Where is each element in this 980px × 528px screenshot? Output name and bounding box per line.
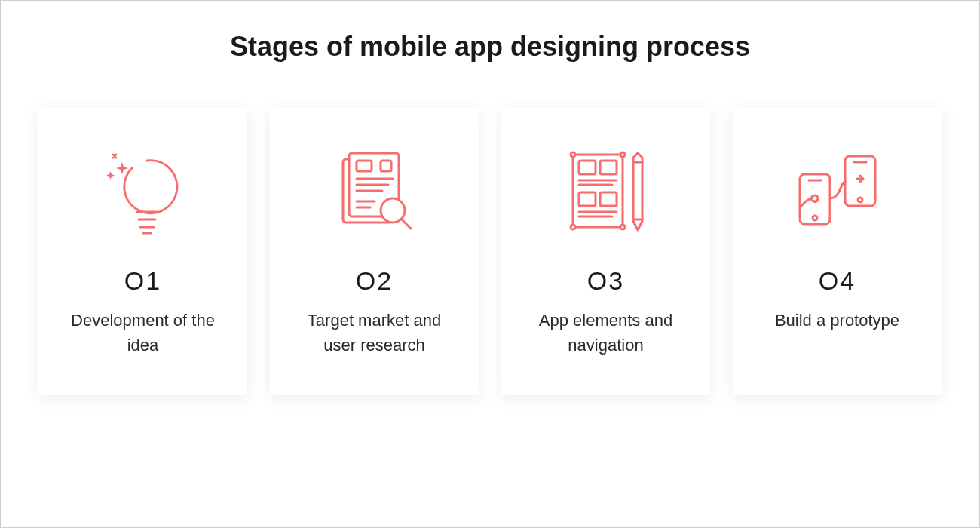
svg-rect-16 <box>579 161 596 174</box>
svg-point-12 <box>571 152 575 157</box>
stage-card-1: O1 Development of the idea <box>38 108 247 395</box>
stage-description: Target market and user research <box>292 308 458 358</box>
svg-line-10 <box>401 219 411 229</box>
stage-description: App elements and navigation <box>523 308 689 358</box>
stage-description: Build a prototype <box>775 308 899 333</box>
prototype-icon <box>785 138 890 244</box>
stage-card-3: O3 App elements and navigation <box>501 108 710 395</box>
page-title: Stages of mobile app designing process <box>230 31 750 63</box>
stage-number: O3 <box>587 266 624 296</box>
svg-point-27 <box>813 216 817 220</box>
lightbulb-icon <box>90 138 196 244</box>
svg-rect-17 <box>600 161 617 174</box>
cards-container: O1 Development of the idea O2 Target mar… <box>38 108 942 395</box>
wireframe-icon <box>553 138 659 244</box>
svg-rect-20 <box>579 192 596 206</box>
svg-point-13 <box>620 152 625 157</box>
stage-number: O4 <box>819 266 856 296</box>
stage-card-2: O2 Target market and user research <box>270 108 479 395</box>
svg-point-15 <box>620 225 625 229</box>
svg-rect-21 <box>600 192 617 206</box>
stage-number: O2 <box>356 266 393 296</box>
stage-description: Development of the idea <box>60 308 226 358</box>
svg-point-14 <box>571 225 575 229</box>
research-doc-icon <box>322 138 427 244</box>
stage-card-4: O4 Build a prototype <box>733 108 942 395</box>
svg-point-30 <box>858 198 862 202</box>
stage-number: O1 <box>124 266 161 296</box>
